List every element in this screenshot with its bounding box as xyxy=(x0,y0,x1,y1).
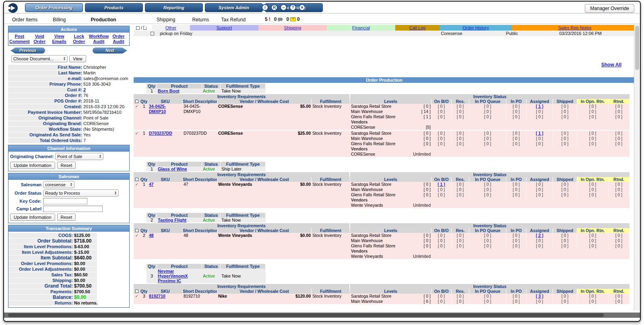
salesman-select[interactable]: coresense▲▼ xyxy=(43,181,74,188)
info-field-label: Originating Brand: xyxy=(8,121,83,126)
comment-tab-other[interactable]: Other xyxy=(152,25,190,31)
action-link-order-audit[interactable]: OrderAudit xyxy=(109,34,128,44)
location-name: Saratoga Retail Store xyxy=(350,104,409,109)
status-assigned: [ 1 ] xyxy=(526,130,553,136)
status-link[interactable]: [ 1 ] xyxy=(536,131,543,136)
col-header-qty: Qty xyxy=(140,228,148,233)
email-count-left[interactable]: 0 xyxy=(286,16,289,22)
sub-tab-billing[interactable]: Billing xyxy=(53,16,66,23)
salesman-update-button[interactable]: Update Information xyxy=(10,214,55,221)
product-link[interactable]: Neymar HyperVenomX Proximo IC xyxy=(158,269,201,283)
info-field-row: Originating Brand:CORESense xyxy=(8,121,130,126)
horizontal-scrollbar[interactable] xyxy=(4,313,640,318)
action-link-workflow-audit[interactable]: WorkflowAudit xyxy=(89,34,109,44)
col-header-in-opn-rtn: In Opn. Rtn. xyxy=(577,228,609,233)
status-link[interactable]: [ 1 ] xyxy=(536,104,543,109)
salesman-panel-title: Salesman xyxy=(8,173,129,180)
horizontal-scrollbar-thumb[interactable] xyxy=(8,313,604,317)
camp-label-input[interactable] xyxy=(43,206,103,212)
status-link[interactable]: [ 1 ] xyxy=(438,182,445,187)
view-document-button[interactable]: View xyxy=(69,55,86,62)
alert-count[interactable]: 5 xyxy=(265,16,268,22)
action-link-void-order[interactable]: VoidOrder xyxy=(30,34,50,44)
order-status-select[interactable]: Ready to Process▲▼ xyxy=(43,189,119,197)
top-tab-system-admin[interactable]: System Admin xyxy=(205,3,263,12)
sku-link[interactable]: 34-0425-DMXP10 xyxy=(149,104,166,114)
comment-tab-link[interactable]: Financial xyxy=(352,25,370,30)
comment-tab-order-history[interactable]: Order History xyxy=(440,25,512,31)
product-link[interactable]: Born Boot xyxy=(158,88,180,93)
comment-tab-financial[interactable]: Financial xyxy=(327,25,395,31)
sub-tab-order-items[interactable]: Order Items xyxy=(12,16,37,23)
select-all-checkbox[interactable] xyxy=(136,26,140,30)
action-link-post-comment[interactable]: PostComment xyxy=(9,34,30,44)
summary-header: Product xyxy=(157,162,202,167)
originating-channel-select[interactable]: Point of Sale▲▼ xyxy=(55,153,103,160)
close-icon[interactable]: ✕ xyxy=(299,4,305,11)
choose-document-select[interactable]: Choose Document...▲▼ xyxy=(11,55,68,62)
header-checkbox[interactable] xyxy=(135,100,138,103)
transaction-value: $640.00 xyxy=(73,255,97,261)
manager-override-button[interactable]: Manager Override xyxy=(585,4,634,13)
col-header-vendor-cost: Vendor / Wholesale Cost xyxy=(217,289,312,294)
sub-tab-returns[interactable]: Returns xyxy=(192,16,209,23)
product-link[interactable]: Tasting Flight xyxy=(158,218,186,222)
previous-button[interactable]: Previous xyxy=(10,47,45,53)
vendor-row-name: Wente Vineyards xyxy=(350,203,409,208)
top-tab-order-processing[interactable]: Order Processing xyxy=(25,3,83,12)
sku-link[interactable]: 48 xyxy=(149,233,154,238)
sku-link[interactable]: D703237DD xyxy=(149,131,172,136)
register-icon[interactable]: R xyxy=(271,4,278,11)
status-link[interactable]: [ 3 ] xyxy=(536,294,543,298)
action-link-view-emails[interactable]: ViewEmails xyxy=(50,34,69,44)
product-summary-table: QtyProductStatusFulfillment Type1Born Bo… xyxy=(147,84,635,93)
minimize-icon[interactable]: − xyxy=(280,4,287,11)
comment-checkbox[interactable] xyxy=(151,32,154,35)
comment-tab-shipping[interactable]: Shipping xyxy=(258,25,327,31)
comment-tab-link[interactable]: Sales Rep Notes xyxy=(558,25,592,30)
salesman-reset-button[interactable]: Reset xyxy=(57,214,76,221)
comment-tab-link[interactable]: Shipping xyxy=(284,25,301,30)
header-checkbox[interactable] xyxy=(135,290,138,293)
product-link[interactable]: Glass of Wine xyxy=(158,167,187,171)
action-link-lock-order[interactable]: LockOrder xyxy=(69,34,89,44)
comment-tab-link[interactable]: Call Log xyxy=(409,25,425,30)
info-field-value: 518 306-3043 xyxy=(83,82,111,87)
vertical-scrollbar[interactable] xyxy=(634,24,640,311)
email-count-right[interactable]: 0 xyxy=(297,16,300,22)
col-header-sku: SKU xyxy=(148,99,183,104)
location-name: Saratoga Retail Store xyxy=(350,182,409,187)
sku-link[interactable]: 47 xyxy=(149,182,154,187)
status-res: [ 0 ] xyxy=(452,130,469,136)
comment-count[interactable]: 0 xyxy=(274,16,277,22)
vertical-scrollbar-thumb[interactable] xyxy=(635,26,639,70)
sub-tab-shipping[interactable]: Shipping xyxy=(157,16,175,23)
comment-tab-call-log[interactable]: Call Log xyxy=(395,25,440,31)
comment-tab-link[interactable]: Other xyxy=(165,25,177,30)
comment-tab-sales-rep-notes[interactable]: Sales Rep Notes xyxy=(512,25,638,31)
comment-tab-support[interactable]: Support xyxy=(190,25,258,31)
header-checkbox[interactable] xyxy=(135,229,138,232)
comment-tab-link[interactable]: Order History xyxy=(462,25,489,30)
top-tab-products[interactable]: Products xyxy=(85,3,143,12)
help-icon[interactable]: ? xyxy=(289,4,296,11)
sku-link[interactable]: 8192710 xyxy=(149,294,165,298)
status-link[interactable]: [ 2 ] xyxy=(536,233,543,238)
key-code-input[interactable] xyxy=(43,198,87,204)
top-tab-reporting[interactable]: Reporting xyxy=(145,3,203,12)
header-checkbox[interactable] xyxy=(135,178,138,181)
show-all-link[interactable]: Show All xyxy=(601,62,621,68)
sub-tab-production[interactable]: Production xyxy=(91,16,116,23)
channel-update-button[interactable]: Update Information xyxy=(10,162,55,169)
sub-tab-tax-refund[interactable]: Tax Refund xyxy=(221,16,246,23)
info-field-value[interactable]: 2 xyxy=(83,87,86,93)
info-field-label: First Name: xyxy=(8,65,83,70)
wholesale-cost: $0.00 xyxy=(300,182,311,208)
status-on-bo: [ 0 ] xyxy=(431,109,452,114)
next-button[interactable]: Next xyxy=(93,47,127,53)
info-icon[interactable]: i xyxy=(262,4,268,11)
back-arrow-icon[interactable] xyxy=(8,3,18,13)
channel-reset-button[interactable]: Reset xyxy=(57,162,76,169)
comment-tab-link[interactable]: Support xyxy=(217,25,232,30)
status-shipped: [ 0 ] xyxy=(553,141,577,146)
